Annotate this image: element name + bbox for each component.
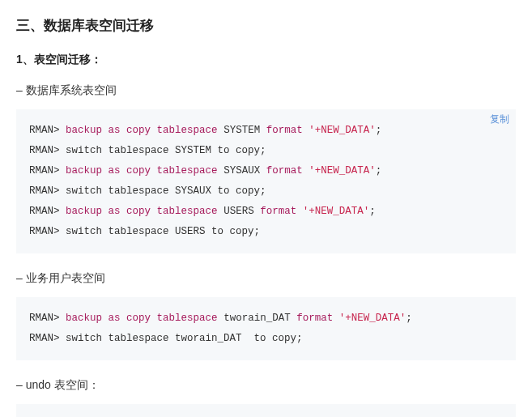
code-line: RMAN> switch tablespace tworain_DAT to c… xyxy=(29,329,503,349)
code-line: RMAN> switch tablespace USERS to copy; xyxy=(29,222,503,242)
code-caption: – 业务用户表空间 xyxy=(16,271,516,286)
code-caption: – undo 表空间： xyxy=(16,378,516,393)
code-line: RMAN> backup as copy tablespace tworain_… xyxy=(29,308,503,329)
content-area: – 数据库系统表空间复制RMAN> backup as copy tablesp… xyxy=(16,83,516,417)
code-block: RMAN> backup as copy tablespace tworain_… xyxy=(16,297,516,360)
code-line: RMAN> backup as copy tablespace SYSAUX f… xyxy=(29,161,503,181)
section-title: 1、表空间迁移： xyxy=(16,53,516,67)
copy-button[interactable]: 复制 xyxy=(490,114,509,124)
code-line: RMAN> backup as copy tablespace SYSTEM f… xyxy=(29,121,503,141)
code-block: 复制RMAN> backup as copy tablespace SYSTEM… xyxy=(16,109,516,253)
page-heading: 三、数据库表空间迁移 xyxy=(16,16,516,35)
code-block: RMAN> backup as copy tablespace undotbs0… xyxy=(16,404,516,417)
code-line: RMAN> backup as copy tablespace USERS fo… xyxy=(29,202,503,222)
code-caption: – 数据库系统表空间 xyxy=(16,83,516,98)
code-line: RMAN> switch tablespace SYSTEM to copy; xyxy=(29,141,503,161)
code-line: RMAN> switch tablespace SYSAUX to copy; xyxy=(29,181,503,202)
